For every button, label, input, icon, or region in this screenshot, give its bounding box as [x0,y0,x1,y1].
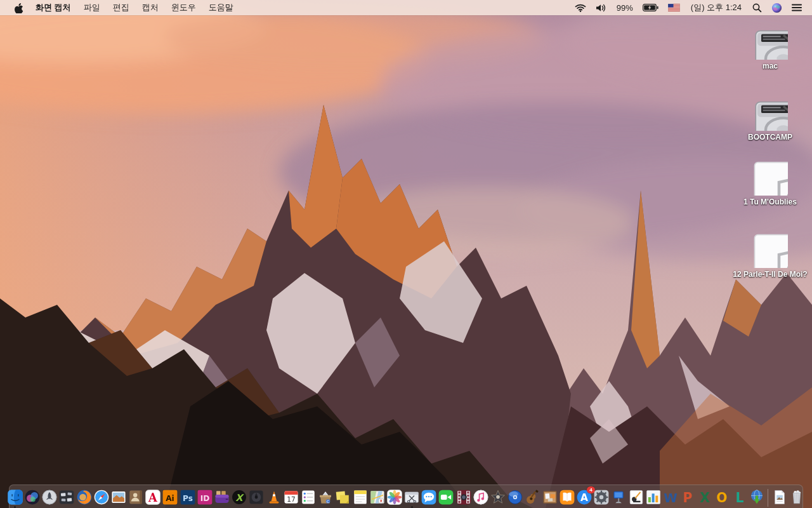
svg-text:L: L [735,490,743,505]
apple-logo-icon [14,3,23,13]
wifi-icon[interactable] [572,0,589,15]
firefox-dock-icon[interactable] [76,489,93,505]
pages-dock-icon[interactable] [628,489,645,505]
document-dock-icon[interactable] [771,489,788,505]
menu-file[interactable]: 파일 [77,2,107,13]
apple-menu[interactable] [8,0,29,15]
siri-dock-icon[interactable] [24,489,41,505]
desktop-icon-drive-bootcamp[interactable]: BOOTCAMP [731,95,809,142]
menu-help[interactable]: 도움말 [202,2,240,13]
menu-bar: 화면 캡처 파일 편집 캡처 윈도우 도움말 [0,0,812,15]
svg-text:ID: ID [200,494,210,503]
reminders-dock-icon[interactable] [300,489,317,505]
stickies-dock-icon[interactable] [334,489,351,505]
maps-dock-icon[interactable] [369,489,386,505]
idvd-dock-icon[interactable] [507,489,523,505]
lync-dock-icon[interactable]: L [731,489,748,505]
notes-dock-icon[interactable] [352,489,369,505]
trash-dock-icon[interactable] [789,489,805,505]
divx-dock-icon[interactable]: X [231,489,247,505]
menu-clock[interactable]: (일) 오후 1:24 [687,2,745,13]
svg-text:Ai: Ai [166,494,175,503]
svg-text:O: O [717,490,728,505]
outlook-dock-icon[interactable]: O [714,489,730,505]
svg-text:C: C [327,500,329,504]
downloader-dock-icon[interactable] [749,489,765,505]
menu-window[interactable]: 윈도우 [165,2,202,13]
svg-text:A: A [580,492,588,504]
garageband-dock-icon[interactable] [524,489,540,505]
photos-dock-icon[interactable] [386,489,403,505]
preview-dock-icon[interactable] [110,489,127,505]
svg-text:W: W [664,491,678,505]
excel-dock-icon[interactable]: X [697,489,713,505]
svg-text:P: P [683,490,693,505]
menu-edit[interactable]: 편집 [107,2,136,13]
screen-capture-dock-icon[interactable] [403,489,420,505]
hard-drive-icon [752,24,788,60]
toast-dock-icon[interactable] [214,489,230,505]
notification-center-icon[interactable] [789,0,804,15]
app-store-dock-icon[interactable]: A4 [576,489,593,505]
messages-dock-icon[interactable] [421,489,437,505]
siri-menu-icon[interactable] [769,0,785,15]
audio-file-icon [752,160,788,196]
svg-text:X: X [700,490,710,505]
us-flag-icon[interactable] [665,0,683,15]
svg-text:17: 17 [287,495,295,503]
desktop-icon-audio-parle-t-il[interactable]: 12 Parle-T-Il De Moi? [731,232,809,279]
audio-file-icon [752,232,788,268]
svg-text:Ps: Ps [183,494,193,503]
desktop-icon-label: 12 Parle-T-Il De Moi? [733,271,807,279]
battery-percent: 99% [614,0,636,15]
safari-dock-icon[interactable] [93,489,110,505]
battery-charging-icon[interactable] [640,0,661,15]
keynote-dock-icon[interactable] [610,489,627,505]
pinboard-dock-icon[interactable] [542,489,558,505]
word-dock-icon[interactable]: W [662,489,679,505]
launchpad-dock-icon[interactable] [41,489,58,505]
hard-drive-icon [752,95,788,131]
desktop-icon-audio-tu-moublies[interactable]: 1 Tu M'Oublies [731,160,809,207]
photoshop-dock-icon[interactable]: Ps [180,489,196,505]
desktop-wallpaper [0,0,812,508]
desktop-icon-drive-mac[interactable]: mac [731,24,809,71]
macos-desktop: 화면 캡처 파일 편집 캡처 윈도우 도움말 [0,0,812,508]
spotlight-icon[interactable] [750,0,764,15]
disk-tool-dock-icon[interactable] [248,489,265,505]
vlc-dock-icon[interactable] [266,489,282,505]
desktop-icon-label: 1 Tu M'Oublies [743,198,797,207]
imovie-dock-icon[interactable] [490,489,506,505]
active-app-menu[interactable]: 화면 캡처 [29,2,77,13]
itunes-dock-icon[interactable] [473,489,489,505]
indesign-dock-icon[interactable]: ID [197,489,213,505]
ibooks-dock-icon[interactable] [559,489,575,505]
finder-dock-icon[interactable] [7,489,23,505]
dock: AAiPsIDX17CA4WPXOL [9,485,803,508]
photo-booth-dock-icon[interactable] [455,489,472,505]
calendar-dock-icon[interactable]: 17 [283,489,299,505]
menu-capture[interactable]: 캡처 [136,2,165,13]
mission-control-dock-icon[interactable] [58,489,75,505]
contacts-dock-icon[interactable] [128,489,144,505]
volume-icon[interactable] [593,0,610,15]
desktop-icon-label: BOOTCAMP [748,133,792,142]
acrobat-dock-icon[interactable]: A [145,489,161,505]
system-preferences-dock-icon[interactable] [593,489,610,505]
powerpoint-dock-icon[interactable]: P [679,489,696,505]
desktop-icon-label: mac [763,62,778,71]
facetime-dock-icon[interactable] [438,489,454,505]
numbers-dock-icon[interactable] [645,489,662,505]
archive-utility-dock-icon[interactable]: C [317,489,334,505]
svg-text:A: A [148,491,158,504]
illustrator-dock-icon[interactable]: Ai [162,489,178,505]
dock-divider [768,489,768,507]
